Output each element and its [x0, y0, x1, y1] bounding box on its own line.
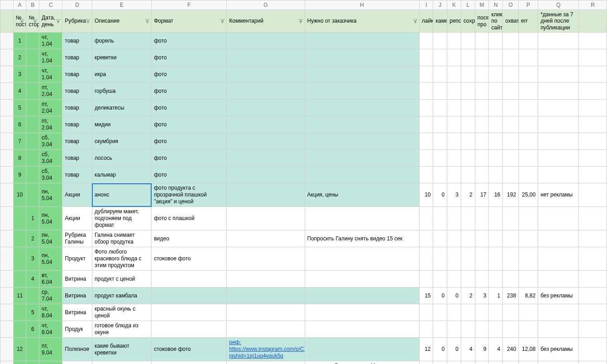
cell-L[interactable]: 4	[461, 338, 475, 361]
cell-B[interactable]	[26, 100, 39, 116]
col-header-H[interactable]: H	[305, 0, 419, 10]
cell-F[interactable]: фото	[152, 167, 227, 183]
cell-R[interactable]	[579, 361, 607, 364]
col-header-L[interactable]: L	[461, 0, 475, 10]
cell-R[interactable]	[579, 116, 607, 133]
cell-B[interactable]	[26, 66, 39, 83]
cell-N[interactable]	[489, 271, 503, 287]
row-number[interactable]	[0, 83, 14, 100]
cell-H[interactable]	[305, 287, 419, 304]
cell-C[interactable]: сб, 3.04	[39, 150, 62, 167]
cell-J[interactable]: 0	[433, 183, 447, 207]
cell-J[interactable]	[433, 304, 447, 321]
cell-L[interactable]	[461, 271, 475, 287]
cell-P[interactable]	[519, 150, 538, 167]
cell-R[interactable]	[579, 271, 607, 287]
table-row[interactable]: 3чт, 1.04товарикрафото	[0, 66, 607, 83]
cell-B[interactable]	[26, 49, 39, 66]
cell-B[interactable]: 2	[26, 230, 39, 247]
cell-D[interactable]: Полезное	[62, 338, 92, 361]
cell-B[interactable]	[26, 287, 39, 304]
cell-D[interactable]: Витрина	[62, 287, 92, 304]
cell-R[interactable]	[579, 150, 607, 167]
cell-L[interactable]: 2	[461, 287, 475, 304]
link[interactable]: реф: https://www.instagram.com/p/CI7ttBO…	[229, 339, 305, 359]
col-header-R[interactable]: R	[579, 0, 607, 10]
cell-M[interactable]	[475, 271, 489, 287]
cell-O[interactable]	[503, 207, 519, 230]
cell-N[interactable]: 16	[489, 183, 503, 207]
cell-N[interactable]	[489, 83, 503, 100]
cell-J[interactable]	[433, 100, 447, 116]
header-D[interactable]: Рубрика	[62, 10, 92, 33]
cell-O[interactable]	[503, 100, 519, 116]
cell-L[interactable]	[461, 361, 475, 364]
table-row[interactable]: 7сб, 3.04товарскумбрияфото	[0, 133, 607, 150]
cell-C[interactable]: чт, 8.04	[39, 304, 62, 321]
cell-J[interactable]: 0	[433, 287, 447, 304]
cell-C[interactable]: чт, 1.04	[39, 66, 62, 83]
table-row[interactable]: 4вт, 6.04Витринапродукт с ценой	[0, 271, 607, 287]
cell-G[interactable]	[227, 49, 305, 66]
row-number[interactable]	[0, 230, 14, 247]
cell-Q[interactable]	[538, 116, 579, 133]
cell-K[interactable]	[447, 150, 461, 167]
table-row[interactable]: 9сб, 3.04товаркальмарфото	[0, 167, 607, 183]
cell-A[interactable]: 10	[13, 183, 26, 207]
cell-F[interactable]: фото продукта с прозрачной плашкой "акци…	[152, 183, 227, 207]
cell-E[interactable]: продукт камбала	[92, 287, 151, 304]
cell-R[interactable]	[579, 304, 607, 321]
cell-L[interactable]	[461, 230, 475, 247]
cell-G[interactable]	[227, 116, 305, 133]
cell-J[interactable]	[433, 150, 447, 167]
cell-H[interactable]	[305, 33, 419, 49]
row-number[interactable]	[0, 271, 14, 287]
cell-M[interactable]	[475, 116, 489, 133]
cell-N[interactable]: 1	[489, 287, 503, 304]
cell-L[interactable]	[461, 150, 475, 167]
cell-B[interactable]	[26, 83, 39, 100]
cell-J[interactable]	[433, 167, 447, 183]
cell-C[interactable]: пт, 2.04	[39, 100, 62, 116]
cell-R[interactable]	[579, 66, 607, 83]
header-F[interactable]: Формат	[152, 10, 227, 33]
cell-N[interactable]	[489, 247, 503, 271]
header-E[interactable]: Описание	[92, 10, 151, 33]
cell-C[interactable]: вт, 6.04	[39, 271, 62, 287]
cell-B[interactable]	[26, 33, 39, 49]
cell-F[interactable]	[152, 321, 227, 338]
col-header-C[interactable]: C	[39, 0, 62, 10]
cell-F[interactable]: фото	[152, 83, 227, 100]
cell-O[interactable]	[503, 271, 519, 287]
cell-A[interactable]: 7	[13, 133, 26, 150]
row-number[interactable]	[0, 183, 14, 207]
row-number[interactable]	[0, 100, 14, 116]
col-header-K[interactable]: K	[447, 0, 461, 10]
col-header-J[interactable]: J	[433, 0, 447, 10]
cell-F[interactable]: фото	[152, 49, 227, 66]
header-I[interactable]: лайки	[419, 10, 433, 33]
cell-C[interactable]: пн, 5.04	[39, 230, 62, 247]
col-header-O[interactable]: O	[503, 0, 519, 10]
cell-D[interactable]: товар	[62, 83, 92, 100]
cell-M[interactable]	[475, 321, 489, 338]
cell-R[interactable]	[579, 230, 607, 247]
cell-G[interactable]	[227, 150, 305, 167]
cell-O[interactable]: 240	[503, 338, 519, 361]
cell-F[interactable]: видео, добавляем цены на плашке	[152, 361, 227, 364]
cell-I[interactable]	[419, 361, 433, 364]
cell-P[interactable]: 25,00	[519, 183, 538, 207]
col-header-P[interactable]: P	[519, 0, 538, 10]
cell-I[interactable]	[419, 304, 433, 321]
table-row[interactable]: 1пн, 5.04Акциидублируем макет, подгоняем…	[0, 207, 607, 230]
row-number[interactable]	[0, 304, 14, 321]
cell-E[interactable]: красный окунь с ценой	[92, 304, 151, 321]
cell-F[interactable]	[152, 287, 227, 304]
cell-K[interactable]	[447, 247, 461, 271]
table-row[interactable]: 1чт, 1.04товарфорельфото	[0, 33, 607, 49]
cell-G[interactable]: реф: https://www.instagram.com/p/CI7ttBO…	[227, 338, 305, 361]
cell-P[interactable]	[519, 66, 538, 83]
header-N[interactable]: клики по сайту	[489, 10, 503, 33]
cell-O[interactable]	[503, 230, 519, 247]
table-row[interactable]: 6чт, 8.04Продукготовое блюда из окуня	[0, 321, 607, 338]
